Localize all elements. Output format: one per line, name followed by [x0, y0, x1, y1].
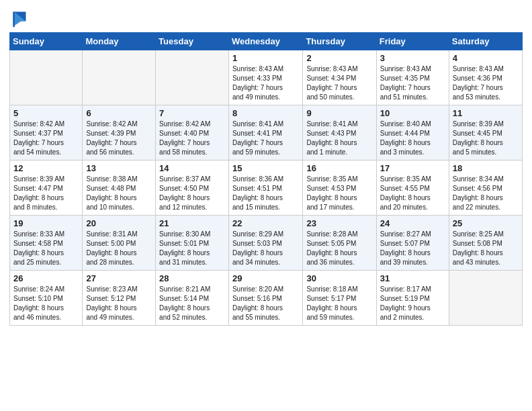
- day-cell: 15Sunrise: 8:36 AM Sunset: 4:51 PM Dayli…: [228, 161, 302, 216]
- day-number: 16: [306, 163, 372, 173]
- week-row-1: 1Sunrise: 8:43 AM Sunset: 4:33 PM Daylig…: [10, 50, 523, 105]
- day-number: 4: [453, 53, 519, 63]
- logo: [9, 9, 30, 28]
- day-cell: 24Sunrise: 8:27 AM Sunset: 5:07 PM Dayli…: [376, 216, 449, 271]
- day-cell: 17Sunrise: 8:35 AM Sunset: 4:55 PM Dayli…: [376, 161, 449, 216]
- calendar: SundayMondayTuesdayWednesdayThursdayFrid…: [9, 32, 523, 326]
- day-cell: 2Sunrise: 8:43 AM Sunset: 4:34 PM Daylig…: [303, 50, 376, 105]
- day-cell: 14Sunrise: 8:37 AM Sunset: 4:50 PM Dayli…: [156, 161, 229, 216]
- day-cell: 18Sunrise: 8:34 AM Sunset: 4:56 PM Dayli…: [449, 161, 522, 216]
- day-cell: 23Sunrise: 8:28 AM Sunset: 5:05 PM Dayli…: [303, 216, 376, 271]
- day-cell: 3Sunrise: 8:43 AM Sunset: 4:35 PM Daylig…: [376, 50, 449, 105]
- day-number: 5: [13, 108, 79, 118]
- day-info: Sunrise: 8:34 AM Sunset: 4:56 PM Dayligh…: [453, 175, 519, 212]
- day-info: Sunrise: 8:20 AM Sunset: 5:16 PM Dayligh…: [232, 285, 299, 322]
- day-cell: 25Sunrise: 8:25 AM Sunset: 5:08 PM Dayli…: [449, 216, 522, 271]
- day-cell: 29Sunrise: 8:20 AM Sunset: 5:16 PM Dayli…: [228, 271, 302, 326]
- day-number: 2: [306, 53, 372, 63]
- day-cell: 31Sunrise: 8:17 AM Sunset: 5:19 PM Dayli…: [376, 271, 449, 326]
- week-row-3: 12Sunrise: 8:39 AM Sunset: 4:47 PM Dayli…: [10, 161, 523, 216]
- weekday-monday: Monday: [83, 33, 156, 50]
- day-cell: 30Sunrise: 8:18 AM Sunset: 5:17 PM Dayli…: [303, 271, 376, 326]
- weekday-thursday: Thursday: [303, 33, 376, 50]
- week-row-2: 5Sunrise: 8:42 AM Sunset: 4:37 PM Daylig…: [10, 105, 523, 161]
- day-number: 22: [232, 218, 299, 228]
- day-number: 27: [86, 273, 152, 283]
- day-info: Sunrise: 8:28 AM Sunset: 5:05 PM Dayligh…: [306, 230, 372, 267]
- day-info: Sunrise: 8:40 AM Sunset: 4:44 PM Dayligh…: [380, 120, 445, 157]
- day-number: 3: [380, 53, 445, 63]
- day-number: 12: [13, 163, 79, 173]
- weekday-header-row: SundayMondayTuesdayWednesdayThursdayFrid…: [10, 33, 523, 50]
- day-info: Sunrise: 8:41 AM Sunset: 4:43 PM Dayligh…: [306, 120, 372, 157]
- day-info: Sunrise: 8:39 AM Sunset: 4:47 PM Dayligh…: [13, 175, 79, 212]
- day-info: Sunrise: 8:35 AM Sunset: 4:53 PM Dayligh…: [306, 175, 372, 212]
- day-info: Sunrise: 8:29 AM Sunset: 5:03 PM Dayligh…: [232, 230, 299, 267]
- day-number: 17: [380, 163, 445, 173]
- day-number: 25: [453, 218, 519, 228]
- day-info: Sunrise: 8:31 AM Sunset: 5:00 PM Dayligh…: [86, 230, 152, 267]
- day-cell: 10Sunrise: 8:40 AM Sunset: 4:44 PM Dayli…: [376, 105, 449, 161]
- day-info: Sunrise: 8:43 AM Sunset: 4:35 PM Dayligh…: [380, 64, 445, 102]
- day-number: 8: [232, 108, 299, 118]
- day-info: Sunrise: 8:21 AM Sunset: 5:14 PM Dayligh…: [159, 285, 225, 322]
- day-number: 23: [306, 218, 372, 228]
- day-info: Sunrise: 8:38 AM Sunset: 4:48 PM Dayligh…: [86, 175, 152, 212]
- day-cell: [449, 271, 522, 326]
- day-number: 14: [159, 163, 225, 173]
- day-cell: 12Sunrise: 8:39 AM Sunset: 4:47 PM Dayli…: [10, 161, 83, 216]
- day-number: 21: [159, 218, 225, 228]
- day-number: 26: [13, 273, 79, 283]
- day-cell: 9Sunrise: 8:41 AM Sunset: 4:43 PM Daylig…: [303, 105, 376, 161]
- week-row-4: 19Sunrise: 8:33 AM Sunset: 4:58 PM Dayli…: [10, 216, 523, 271]
- day-number: 18: [453, 163, 519, 173]
- day-cell: 21Sunrise: 8:30 AM Sunset: 5:01 PM Dayli…: [156, 216, 229, 271]
- day-number: 10: [380, 108, 445, 118]
- day-info: Sunrise: 8:42 AM Sunset: 4:37 PM Dayligh…: [13, 120, 79, 157]
- day-number: 20: [86, 218, 152, 228]
- day-number: 31: [380, 273, 445, 283]
- day-number: 1: [232, 53, 299, 63]
- day-info: Sunrise: 8:41 AM Sunset: 4:41 PM Dayligh…: [232, 120, 299, 157]
- day-number: 19: [13, 218, 79, 228]
- day-number: 30: [306, 273, 372, 283]
- day-cell: [83, 50, 156, 105]
- day-info: Sunrise: 8:39 AM Sunset: 4:45 PM Dayligh…: [453, 120, 519, 157]
- day-number: 9: [306, 108, 372, 118]
- day-number: 7: [159, 108, 225, 118]
- page: SundayMondayTuesdayWednesdayThursdayFrid…: [0, 0, 532, 332]
- day-cell: 19Sunrise: 8:33 AM Sunset: 4:58 PM Dayli…: [10, 216, 83, 271]
- weekday-sunday: Sunday: [10, 33, 83, 50]
- header: [9, 7, 523, 28]
- weekday-tuesday: Tuesday: [156, 33, 229, 50]
- day-number: 11: [453, 108, 519, 118]
- day-info: Sunrise: 8:43 AM Sunset: 4:33 PM Dayligh…: [232, 64, 299, 102]
- day-number: 28: [159, 273, 225, 283]
- day-cell: 8Sunrise: 8:41 AM Sunset: 4:41 PM Daylig…: [228, 105, 302, 161]
- day-number: 24: [380, 218, 445, 228]
- day-info: Sunrise: 8:35 AM Sunset: 4:55 PM Dayligh…: [380, 175, 445, 212]
- day-cell: 28Sunrise: 8:21 AM Sunset: 5:14 PM Dayli…: [156, 271, 229, 326]
- day-info: Sunrise: 8:23 AM Sunset: 5:12 PM Dayligh…: [86, 285, 152, 322]
- week-row-5: 26Sunrise: 8:24 AM Sunset: 5:10 PM Dayli…: [10, 271, 523, 326]
- weekday-friday: Friday: [376, 33, 449, 50]
- svg-rect-2: [13, 12, 15, 28]
- day-info: Sunrise: 8:25 AM Sunset: 5:08 PM Dayligh…: [453, 230, 519, 267]
- day-info: Sunrise: 8:36 AM Sunset: 4:51 PM Dayligh…: [232, 175, 299, 212]
- day-info: Sunrise: 8:42 AM Sunset: 4:39 PM Dayligh…: [86, 120, 152, 157]
- day-number: 15: [232, 163, 299, 173]
- day-cell: 1Sunrise: 8:43 AM Sunset: 4:33 PM Daylig…: [228, 50, 302, 105]
- day-number: 29: [232, 273, 299, 283]
- day-cell: 20Sunrise: 8:31 AM Sunset: 5:00 PM Dayli…: [83, 216, 156, 271]
- day-cell: 16Sunrise: 8:35 AM Sunset: 4:53 PM Dayli…: [303, 161, 376, 216]
- day-number: 6: [86, 108, 152, 118]
- day-info: Sunrise: 8:42 AM Sunset: 4:40 PM Dayligh…: [159, 120, 225, 157]
- day-info: Sunrise: 8:37 AM Sunset: 4:50 PM Dayligh…: [159, 175, 225, 212]
- day-cell: 5Sunrise: 8:42 AM Sunset: 4:37 PM Daylig…: [10, 105, 83, 161]
- weekday-wednesday: Wednesday: [228, 33, 302, 50]
- day-cell: 26Sunrise: 8:24 AM Sunset: 5:10 PM Dayli…: [10, 271, 83, 326]
- day-info: Sunrise: 8:30 AM Sunset: 5:01 PM Dayligh…: [159, 230, 225, 267]
- day-cell: 7Sunrise: 8:42 AM Sunset: 4:40 PM Daylig…: [156, 105, 229, 161]
- day-cell: 4Sunrise: 8:43 AM Sunset: 4:36 PM Daylig…: [449, 50, 522, 105]
- day-info: Sunrise: 8:33 AM Sunset: 4:58 PM Dayligh…: [13, 230, 79, 267]
